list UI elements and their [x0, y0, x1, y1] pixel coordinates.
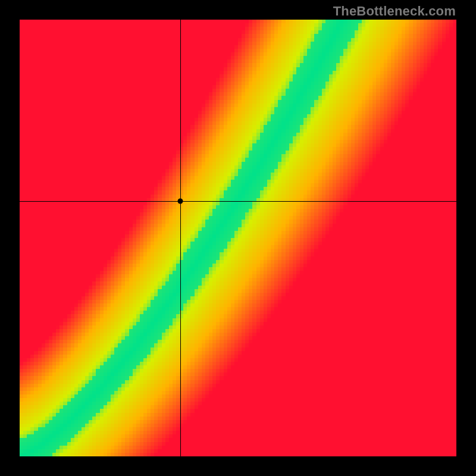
crosshair-vertical — [180, 20, 181, 456]
chart-stage: TheBottleneck.com — [0, 0, 476, 476]
crosshair-marker-dot — [178, 198, 183, 203]
watermark-text: TheBottleneck.com — [333, 4, 456, 19]
crosshair-horizontal — [20, 201, 456, 202]
bottleneck-heatmap — [20, 20, 456, 456]
